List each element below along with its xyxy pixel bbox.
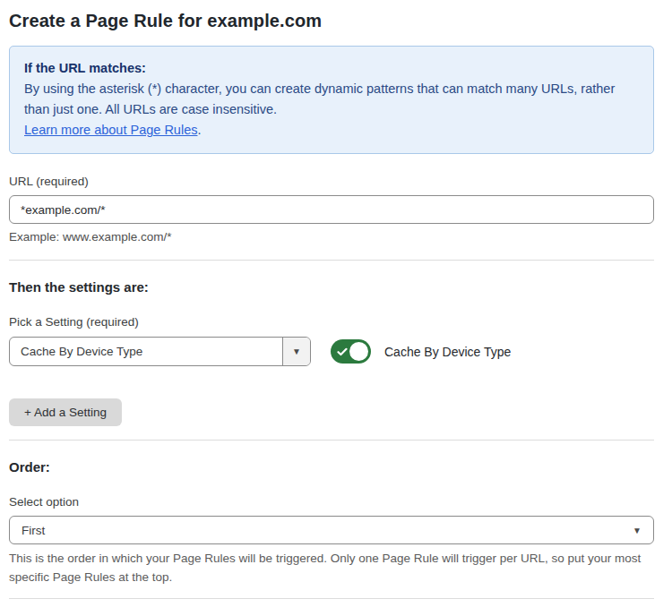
section-divider: [9, 440, 654, 441]
url-match-info-box: If the URL matches: By using the asteris…: [9, 46, 654, 154]
footer-divider: [9, 598, 654, 599]
order-select-value: First: [22, 524, 633, 537]
section-divider: [9, 260, 654, 261]
page-title: Create a Page Rule for example.com: [9, 11, 654, 31]
url-input[interactable]: [9, 195, 654, 224]
settings-section-heading: Then the settings are:: [9, 279, 654, 295]
setting-select-arrow-button[interactable]: ▼: [282, 338, 310, 365]
chevron-down-icon: ▼: [292, 346, 301, 356]
setting-row: Cache By Device Type ▼ Cache By Device T…: [9, 337, 654, 366]
info-box-heading: If the URL matches:: [24, 58, 639, 79]
toggle-label: Cache By Device Type: [384, 345, 511, 359]
chevron-down-icon: ▼: [633, 526, 642, 535]
pick-setting-label: Pick a Setting (required): [9, 315, 654, 329]
learn-more-link[interactable]: Learn more about Page Rules: [24, 123, 197, 137]
order-helper-text: This is the order in which your Page Rul…: [9, 549, 650, 586]
create-page-rule-form: Create a Page Rule for example.com If th…: [0, 0, 672, 616]
info-box-link-line: Learn more about Page Rules.: [24, 120, 639, 141]
order-select-label: Select option: [9, 495, 654, 509]
check-icon: [337, 346, 348, 357]
url-field-label: URL (required): [9, 175, 654, 188]
link-period: .: [197, 123, 201, 137]
toggle-knob: [349, 342, 368, 361]
cache-device-toggle[interactable]: [331, 339, 371, 364]
info-box-body: By using the asterisk (*) character, you…: [24, 79, 639, 120]
setting-select[interactable]: Cache By Device Type ▼: [9, 337, 311, 366]
order-select[interactable]: First ▼: [9, 516, 654, 544]
url-example-helper: Example: www.example.com/*: [9, 230, 654, 244]
add-setting-button[interactable]: + Add a Setting: [9, 398, 122, 426]
setting-select-value: Cache By Device Type: [10, 338, 282, 365]
order-section-heading: Order:: [9, 459, 654, 475]
